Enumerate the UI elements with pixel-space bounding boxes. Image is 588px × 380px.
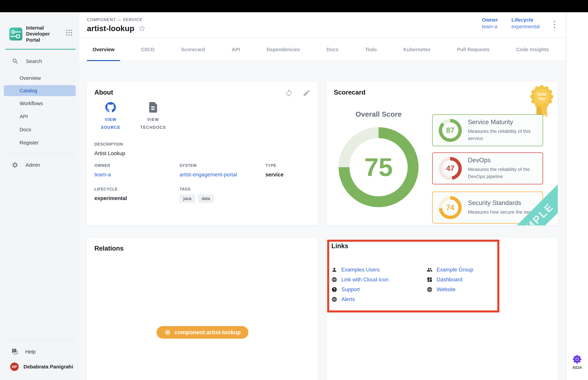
footer-divider xyxy=(4,340,76,341)
tab-todo[interactable]: Todo xyxy=(360,38,382,61)
view-techdocs-button[interactable]: VIEW TECHDOCS xyxy=(137,102,169,131)
system-link[interactable]: artist-engagement-portal xyxy=(179,172,266,178)
description-value: Artist Lookup xyxy=(95,150,125,156)
lifecycle-label: Lifecycle xyxy=(512,17,540,23)
system-field: SYSTEM artist-engagement-portal xyxy=(179,163,266,178)
tab-dependencies[interactable]: Dependencies xyxy=(261,38,305,61)
link-alerts[interactable]: Alerts xyxy=(331,296,427,303)
badge-line1: Gold xyxy=(537,92,546,96)
tab-code-insights[interactable]: Code Insights xyxy=(511,38,554,61)
service-maturity-gauge: 87 xyxy=(439,119,462,142)
edit-icon[interactable] xyxy=(303,89,310,97)
type-field: TYPE service xyxy=(266,163,310,178)
metric-description: Measures the reliability of the DevOps p… xyxy=(468,166,536,180)
scorecard-title: Scorecard xyxy=(334,89,365,96)
search-icon xyxy=(12,58,19,65)
tab-overview[interactable]: Overview xyxy=(87,38,120,61)
sidebar-item-help[interactable]: ? Help xyxy=(0,345,79,359)
content-right-border xyxy=(566,12,566,380)
document-icon xyxy=(149,102,158,113)
sidebar-item-workflows[interactable]: Workflows xyxy=(0,97,79,110)
entity-header: COMPONENT — SERVICE artist-lookup Owner … xyxy=(79,12,566,38)
sidebar: Internal Developer Portal Search Overvie… xyxy=(0,12,79,380)
link-support[interactable]: Support xyxy=(331,286,427,293)
overall-score-label: Overall Score xyxy=(339,110,418,118)
tab-kubernetes[interactable]: Kubernetes xyxy=(398,38,436,61)
metric-service-maturity[interactable]: 87 Service Maturity Measures the reliabi… xyxy=(432,114,543,146)
relation-node-label: component:artist-lookup xyxy=(174,329,241,336)
metric-name: Security Standards xyxy=(468,199,530,207)
sidebar-footer: ? Help DP Debabrata Panigrahi xyxy=(0,336,79,380)
sidebar-item-overview[interactable]: Overview xyxy=(0,72,79,85)
page-title: artist-lookup xyxy=(87,24,134,33)
svg-text:?: ? xyxy=(13,349,15,352)
metric-description: Measures the reliability of this service xyxy=(468,128,536,142)
metric-name: Service Maturity xyxy=(468,118,536,126)
about-title: About xyxy=(95,89,113,96)
browser-top-bar xyxy=(0,0,588,12)
overall-score-gauge: 75 xyxy=(339,127,418,207)
security-standards-gauge: 74 xyxy=(439,196,462,219)
globe-icon xyxy=(331,297,337,302)
tab-cicd[interactable]: CI/CD xyxy=(135,38,160,61)
tab-docs[interactable]: Docs xyxy=(321,38,344,61)
owner-link[interactable]: team-a xyxy=(95,172,179,178)
aida-assistant-widget[interactable]: AIDA xyxy=(570,355,584,370)
lifecycle-value: experimental xyxy=(512,24,540,29)
entity-tabs: Overview CI/CD Scorecard API Dependencie… xyxy=(79,38,566,61)
owner-value[interactable]: team-a xyxy=(482,24,498,29)
relations-title: Relations xyxy=(95,245,124,252)
user-name: Debabrata Panigrahi xyxy=(23,364,73,370)
description-label: DESCRIPTION xyxy=(95,142,125,147)
links-card: Links Examples Users xyxy=(326,238,558,380)
github-icon xyxy=(105,102,116,113)
about-card: About VIEW SOURCE xyxy=(87,82,318,225)
nav-divider xyxy=(4,153,76,154)
tab-api[interactable]: API xyxy=(226,38,246,61)
tab-pull-requests[interactable]: Pull Requests xyxy=(451,38,495,61)
globe-icon xyxy=(331,277,337,283)
help-icon xyxy=(331,287,337,292)
sidebar-item-api[interactable]: API xyxy=(0,110,79,123)
star-icon[interactable] xyxy=(138,24,146,32)
sidebar-item-docs[interactable]: Docs xyxy=(0,123,79,136)
tab-scorecard[interactable]: Scorecard xyxy=(175,38,211,61)
search-label: Search xyxy=(26,58,42,64)
avatar: DP xyxy=(10,362,19,371)
portal-logo-icon xyxy=(9,28,22,40)
user-icon xyxy=(331,267,337,273)
sidebar-item-catalog[interactable]: Catalog xyxy=(4,85,76,96)
link-website[interactable]: Website xyxy=(427,286,473,293)
view-techdocs-label: VIEW TECHDOCS xyxy=(137,116,169,131)
view-source-label: VIEW SOURCE xyxy=(95,116,127,131)
tag-chip[interactable]: data xyxy=(198,194,214,203)
link-example-group[interactable]: Example Group xyxy=(427,267,473,273)
tag-chip[interactable]: java xyxy=(179,194,195,203)
overall-score-value: 75 xyxy=(364,152,393,182)
metric-devops[interactable]: 47 DevOps Measures the reliability of th… xyxy=(432,152,543,184)
link-cloud-icon[interactable]: Link with Cloud Icon xyxy=(331,277,427,283)
devops-gauge: 47 xyxy=(439,157,462,180)
lifecycle-field: LIFECYCLE experimental xyxy=(95,187,179,203)
more-options-icon[interactable] xyxy=(553,20,556,29)
sidebar-search[interactable]: Search xyxy=(12,58,42,65)
portal-title: Internal Developer Portal xyxy=(26,25,65,43)
view-source-button[interactable]: VIEW SOURCE xyxy=(95,102,127,131)
tags-field: TAGS java data xyxy=(179,187,266,203)
refresh-icon[interactable] xyxy=(285,89,293,97)
link-examples-users[interactable]: Examples Users xyxy=(331,267,427,273)
sidebar-item-admin[interactable]: Admin xyxy=(0,158,79,171)
app-grid-icon[interactable] xyxy=(65,29,73,37)
owner-label: Owner xyxy=(482,17,498,23)
gear-icon xyxy=(12,162,18,168)
sidebar-item-register[interactable]: Register xyxy=(0,136,79,149)
link-dashboard[interactable]: Dashboard xyxy=(427,277,473,283)
user-menu[interactable]: DP Debabrata Panigrahi xyxy=(0,359,79,375)
aida-label: AIDA xyxy=(572,365,582,370)
breadcrumb: COMPONENT — SERVICE xyxy=(87,17,142,22)
globe-icon xyxy=(427,287,433,292)
relation-node-chip[interactable]: component:artist-lookup xyxy=(156,326,248,339)
links-title: Links xyxy=(331,242,553,250)
owner-field: OWNER team-a xyxy=(95,163,179,178)
brand-divider xyxy=(5,49,76,50)
